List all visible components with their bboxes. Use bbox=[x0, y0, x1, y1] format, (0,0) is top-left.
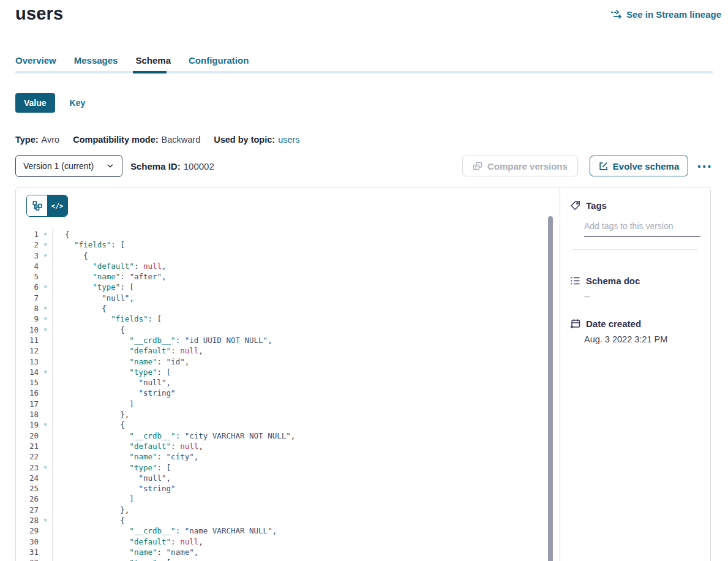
code-line: 2▼ "fields": [ bbox=[16, 239, 560, 250]
fold-toggle-icon[interactable]: ▼ bbox=[39, 557, 52, 561]
fold-toggle-icon[interactable]: ▼ bbox=[39, 314, 52, 324]
fold-toggle-icon[interactable]: ▼ bbox=[39, 303, 52, 314]
code-view-icon: </> bbox=[51, 202, 64, 210]
view-mode-toggle: </> bbox=[26, 195, 68, 217]
code-line: 32▼ "type": [ bbox=[16, 557, 560, 561]
line-number: 19 bbox=[16, 420, 39, 430]
code-line: 18 }, bbox=[16, 409, 560, 420]
tags-input[interactable] bbox=[584, 221, 700, 237]
line-number: 16 bbox=[16, 388, 39, 398]
schema-meta: Type:Avro Compatibility mode:Backward Us… bbox=[15, 135, 300, 145]
line-number: 24 bbox=[16, 473, 39, 483]
compare-versions-label: Compare versions bbox=[487, 161, 568, 171]
fold-spacer bbox=[39, 537, 52, 547]
code-view-button[interactable]: </> bbox=[47, 195, 67, 216]
fold-toggle-icon[interactable]: ▼ bbox=[39, 367, 52, 377]
tab-overview[interactable]: Overview bbox=[15, 55, 56, 66]
line-number: 6 bbox=[16, 282, 39, 292]
fold-spacer bbox=[39, 431, 52, 441]
code-text: "string" bbox=[52, 388, 560, 398]
tab-messages[interactable]: Messages bbox=[74, 55, 118, 66]
fold-toggle-icon[interactable]: ▼ bbox=[39, 462, 52, 473]
date-created-section: Date created Aug. 3 2022 3:21 PM bbox=[570, 318, 700, 344]
chevron-down-icon bbox=[106, 162, 114, 170]
stream-lineage-link[interactable]: See in Stream lineage bbox=[610, 9, 721, 20]
line-number: 20 bbox=[16, 431, 39, 441]
code-text: "null", bbox=[52, 293, 560, 303]
code-line: 3▼ { bbox=[16, 250, 560, 261]
code-line: 17 ] bbox=[16, 399, 560, 409]
schema-code-pane: </> 1▼{2▼ "fields": [3▼ {4 "default": nu… bbox=[16, 187, 560, 561]
code-line: 24 "null", bbox=[16, 473, 560, 483]
fold-toggle-icon[interactable]: ▼ bbox=[39, 250, 52, 261]
topic-field: Used by topic:users bbox=[214, 135, 299, 145]
fold-toggle-icon[interactable]: ▼ bbox=[39, 325, 52, 335]
fold-toggle-icon[interactable]: ▼ bbox=[39, 282, 52, 292]
line-number: 26 bbox=[16, 494, 39, 504]
code-text: "type": [ bbox=[52, 557, 560, 561]
tree-view-button[interactable] bbox=[27, 195, 47, 216]
line-number: 11 bbox=[16, 335, 39, 345]
type-label: Type: bbox=[15, 135, 39, 145]
line-number: 14 bbox=[16, 367, 39, 377]
code-line: 30 "default": null, bbox=[16, 537, 560, 547]
compare-icon bbox=[473, 162, 482, 171]
fold-spacer bbox=[39, 505, 52, 515]
fold-toggle-icon[interactable]: ▼ bbox=[39, 239, 52, 250]
type-field: Type:Avro bbox=[15, 135, 59, 145]
topic-link[interactable]: users bbox=[278, 135, 299, 145]
fold-spacer bbox=[39, 441, 52, 451]
compat-field: Compatibility mode:Backward bbox=[73, 135, 200, 145]
code-scrollbar-thumb[interactable] bbox=[548, 216, 553, 561]
code-text: { bbox=[52, 250, 560, 261]
version-select[interactable]: Version 1 (current) bbox=[15, 155, 122, 177]
code-text: { bbox=[52, 420, 560, 430]
schema-page: users See in Stream lineage Overview Mes… bbox=[0, 0, 728, 561]
code-text: { bbox=[52, 303, 560, 314]
date-created-title: Date created bbox=[586, 318, 641, 329]
fold-spacer bbox=[39, 473, 52, 483]
schema-doc-section: Schema doc -- bbox=[570, 276, 700, 301]
line-number: 1 bbox=[16, 229, 39, 239]
schema-id-value: 100002 bbox=[184, 161, 214, 171]
compare-versions-button[interactable]: Compare versions bbox=[462, 156, 578, 176]
code-line: 4 "default": null, bbox=[16, 261, 560, 271]
line-number: 21 bbox=[16, 441, 39, 451]
code-text: "name": "id", bbox=[52, 356, 560, 367]
more-actions-button[interactable]: ••• bbox=[697, 161, 713, 171]
stream-lineage-icon bbox=[610, 10, 622, 19]
line-number: 27 bbox=[16, 505, 39, 515]
line-number: 8 bbox=[16, 303, 39, 314]
code-line: 25 "string" bbox=[16, 483, 560, 494]
code-line: 1▼{ bbox=[16, 229, 560, 239]
fold-spacer bbox=[39, 377, 52, 388]
fold-toggle-icon[interactable]: ▼ bbox=[39, 420, 52, 430]
tab-configuration[interactable]: Configuration bbox=[189, 55, 249, 66]
fold-spacer bbox=[39, 388, 52, 398]
topic-label: Used by topic: bbox=[214, 135, 275, 145]
code-line: 23▼ "type": [ bbox=[16, 462, 560, 473]
code-text: "name": "name", bbox=[52, 547, 560, 557]
schema-sidebar: Tags Schema doc -- bbox=[560, 187, 710, 561]
fold-spacer bbox=[39, 293, 52, 303]
value-toggle-button[interactable]: Value bbox=[15, 93, 55, 113]
schema-doc-value: -- bbox=[584, 292, 700, 301]
code-line: 7 "null", bbox=[16, 293, 560, 303]
tab-schema[interactable]: Schema bbox=[135, 55, 171, 66]
evolve-schema-button[interactable]: Evolve schema bbox=[590, 156, 688, 176]
line-number: 5 bbox=[16, 271, 39, 282]
key-toggle-button[interactable]: Key bbox=[70, 98, 86, 108]
fold-toggle-icon[interactable]: ▼ bbox=[39, 515, 52, 525]
code-editor: 1▼{2▼ "fields": [3▼ {4 "default": null,5… bbox=[16, 229, 560, 561]
sidebar-divider bbox=[572, 249, 698, 250]
code-line: 22 "name": "city", bbox=[16, 451, 560, 462]
tags-section-header: Tags bbox=[570, 200, 700, 211]
code-line: 27 }, bbox=[16, 505, 560, 515]
fold-toggle-icon[interactable]: ▼ bbox=[39, 229, 52, 239]
code-line: 21 "default": null, bbox=[16, 441, 560, 451]
tab-bar: Overview Messages Schema Configuration bbox=[15, 55, 713, 73]
date-created-value: Aug. 3 2022 3:21 PM bbox=[584, 334, 700, 344]
code-text: "default": null, bbox=[52, 345, 560, 356]
fold-spacer bbox=[39, 261, 52, 271]
schema-doc-header: Schema doc bbox=[570, 276, 700, 286]
